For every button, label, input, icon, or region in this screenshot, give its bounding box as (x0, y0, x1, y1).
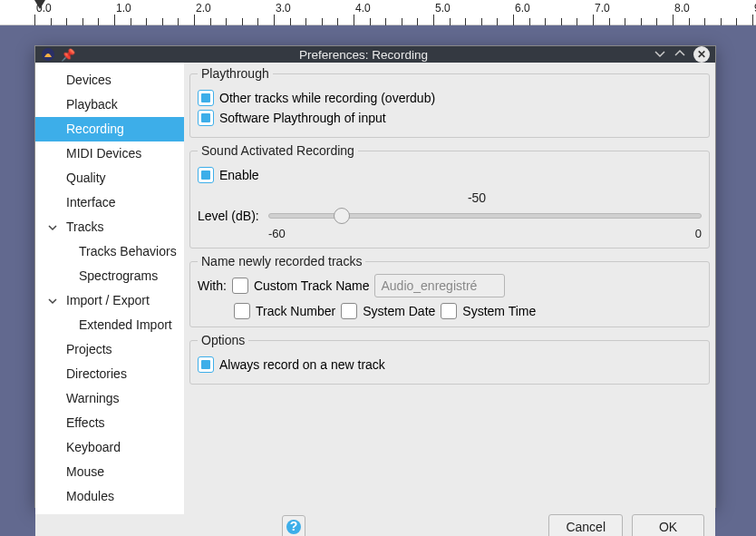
preferences-dialog: 📌 Preferences: Recording ✕ DevicesPlayba… (34, 45, 716, 508)
options-group: Options Always record on a new track (189, 333, 710, 385)
sidebar-item-warnings[interactable]: Warnings (35, 386, 184, 411)
ruler-label: 8.0 (674, 2, 690, 15)
sidebar-item-import-export[interactable]: Import / Export (35, 288, 184, 313)
sidebar-item-label: Playback (66, 97, 118, 112)
ruler-label: 2.0 (196, 2, 211, 15)
sidebar-item-modules[interactable]: Modules (35, 484, 184, 509)
sidebar-item-label: Devices (66, 73, 111, 87)
sidebar-item-label: Directories (66, 366, 127, 381)
dialog-title: Preferences: Recording (81, 48, 646, 62)
level-value: -50 (252, 190, 702, 205)
sidebar-item-label: Recording (66, 122, 124, 136)
systime-label: System Time (462, 304, 536, 318)
playthrough-legend: Playthrough (198, 66, 273, 81)
sidebar-item-tracks[interactable]: Tracks (35, 215, 184, 239)
custom-name-checkbox[interactable] (232, 278, 248, 294)
level-max: 0 (695, 227, 702, 240)
sidebar-item-recording[interactable]: Recording (35, 117, 184, 141)
overdub-label: Other tracks while recording (overdub) (219, 91, 435, 105)
sidebar-item-label: Effects (66, 415, 105, 430)
software-playthrough-checkbox[interactable] (198, 110, 214, 126)
with-label: With: (198, 278, 227, 293)
sidebar-item-label: Quality (66, 171, 106, 185)
ruler-label: 1.0 (116, 2, 131, 15)
sidebar-item-projects[interactable]: Projects (35, 337, 184, 362)
pin-icon[interactable]: 📌 (61, 48, 75, 62)
sidebar-item-playback[interactable]: Playback (35, 93, 184, 117)
sidebar-item-label: Warnings (66, 391, 120, 405)
dialog-footer: ? Cancel OK (35, 514, 715, 536)
sidebar-item-quality[interactable]: Quality (35, 166, 184, 190)
sidebar-item-label: Modules (66, 489, 114, 503)
overdub-checkbox[interactable] (198, 90, 214, 106)
sound-activated-group: Sound Activated Recording Enable -50 Lev… (189, 143, 710, 249)
sidebar-item-label: Tracks (66, 219, 103, 234)
ruler-label: 7.0 (595, 2, 610, 15)
tracknum-checkbox[interactable] (234, 303, 250, 319)
sidebar-item-label: Projects (66, 342, 112, 356)
minimize-icon[interactable] (654, 47, 666, 63)
always-new-track-label: Always record on a new track (219, 357, 385, 372)
sidebar-item-label: MIDI Devices (66, 146, 141, 161)
app-icon (41, 47, 55, 62)
sidebar-item-spectrograms[interactable]: Spectrograms (35, 264, 184, 288)
svg-marker-0 (34, 0, 45, 9)
ruler-label: 3.0 (276, 2, 291, 15)
naming-group: Name newly recorded tracks With: Custom … (189, 254, 710, 327)
ok-button[interactable]: OK (632, 514, 704, 536)
always-new-track-checkbox[interactable] (198, 356, 214, 373)
ruler-label: 6.0 (515, 2, 530, 15)
sysdate-label: System Date (363, 304, 435, 318)
ruler-label: 5.0 (435, 2, 451, 15)
slider-thumb[interactable] (334, 208, 350, 224)
playhead-marker (34, 0, 47, 13)
sidebar-item-keyboard[interactable]: Keyboard (35, 435, 184, 460)
sidebar-item-interface[interactable]: Interface (35, 190, 184, 215)
custom-name-field[interactable] (374, 274, 505, 297)
sysdate-checkbox[interactable] (341, 303, 357, 319)
titlebar: 📌 Preferences: Recording ✕ (35, 46, 715, 63)
close-icon[interactable]: ✕ (693, 46, 710, 63)
sidebar-item-label: Keyboard (66, 440, 121, 454)
systime-checkbox[interactable] (441, 303, 457, 319)
sidebar: DevicesPlaybackRecordingMIDI DevicesQual… (35, 63, 184, 514)
cancel-label: Cancel (566, 520, 606, 534)
sidebar-item-label: Extended Import (79, 317, 172, 332)
sidebar-item-label: Tracks Behaviors (79, 244, 177, 258)
sidebar-item-devices[interactable]: Devices (35, 68, 184, 93)
custom-name-label: Custom Track Name (254, 278, 370, 293)
cancel-button[interactable]: Cancel (548, 514, 623, 536)
sidebar-item-directories[interactable]: Directories (35, 362, 184, 386)
sidebar-item-label: Spectrograms (79, 268, 158, 283)
timeline-ruler: 0.01.02.03.04.05.06.07.08.09.0 (0, 0, 756, 25)
level-min: -60 (268, 227, 286, 240)
sar-legend: Sound Activated Recording (198, 143, 358, 158)
level-slider[interactable] (268, 207, 702, 225)
software-playthrough-label: Software Playthrough of input (219, 111, 386, 125)
sidebar-item-extended-import[interactable]: Extended Import (35, 313, 184, 337)
level-label: Level (dB): (198, 209, 261, 223)
ruler-label: 4.0 (355, 2, 371, 15)
tracknum-label: Track Number (256, 304, 335, 318)
sidebar-item-label: Import / Export (66, 293, 150, 307)
playthrough-group: Playthrough Other tracks while recording… (189, 66, 710, 138)
sidebar-item-label: Interface (66, 195, 115, 210)
sidebar-item-tracks-behaviors[interactable]: Tracks Behaviors (35, 239, 184, 264)
chevron-down-icon[interactable] (48, 220, 57, 237)
options-legend: Options (198, 333, 248, 347)
ok-label: OK (659, 520, 677, 534)
help-button[interactable]: ? (282, 515, 305, 536)
sidebar-item-mouse[interactable]: Mouse (35, 460, 184, 484)
sidebar-item-label: Mouse (66, 464, 104, 479)
naming-legend: Name newly recorded tracks (198, 254, 365, 268)
svg-text:?: ? (290, 519, 298, 533)
chevron-down-icon[interactable] (48, 294, 57, 310)
sidebar-item-effects[interactable]: Effects (35, 411, 184, 435)
sar-enable-label: Enable (219, 168, 259, 182)
sar-enable-checkbox[interactable] (198, 167, 214, 183)
content-pane: Playthrough Other tracks while recording… (184, 63, 715, 514)
sidebar-item-midi-devices[interactable]: MIDI Devices (35, 141, 184, 166)
maximize-icon[interactable] (674, 47, 686, 63)
